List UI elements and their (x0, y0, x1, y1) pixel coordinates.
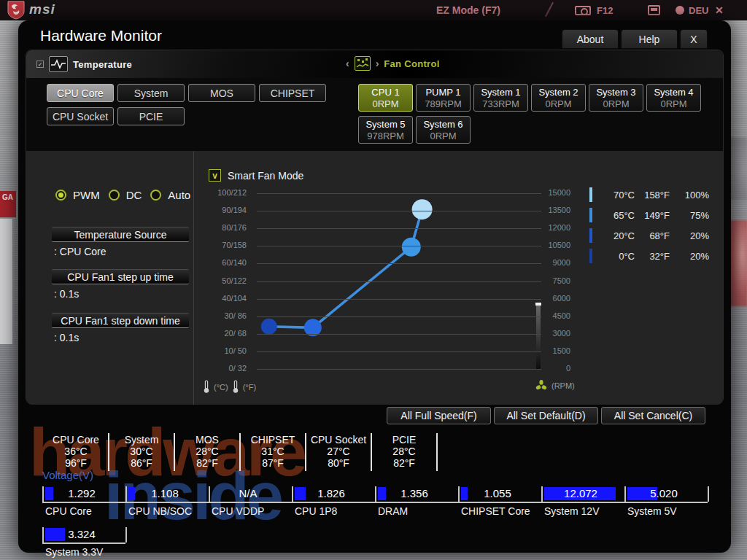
temp-sensor-button-cpu-socket[interactable]: CPU Socket (47, 107, 114, 125)
temp-sensor-button-chipset[interactable]: CHIPSET (259, 84, 326, 102)
field-button-2[interactable]: CPU Fan1 step down time (52, 313, 189, 328)
voltage-value: 1.356 (375, 487, 454, 499)
plot-gridline (257, 299, 541, 300)
plot-gridline (257, 228, 541, 229)
plot-gridline (257, 334, 541, 335)
voltage-cell-chipset-core: 1.055CHIPSET Core (458, 486, 541, 521)
voltage-cell-system-12v: 12.072System 12V (541, 486, 624, 521)
temperature-checkbox-icon[interactable]: ✓ (36, 61, 44, 68)
fan-rpm-value: 0RPM (603, 98, 629, 109)
fan-mode-label-pwm: PWM (73, 189, 100, 201)
celsius-unit-label: (°C) (214, 383, 228, 392)
voltage-name: System 5V (627, 505, 677, 517)
temp-sensor-button-cpu-core[interactable]: CPU Core (47, 84, 114, 102)
fan-control-section-header: ‹ › Fan Control (346, 56, 440, 71)
dialog-tab-bar: AboutHelpX (562, 29, 708, 49)
fan-button-system-2[interactable]: System 20RPM (531, 84, 586, 112)
dialog-close-button[interactable]: X (680, 29, 708, 49)
fan-button-system-1[interactable]: System 1733RPM (473, 84, 528, 112)
action-button-2[interactable]: All Set Cancel(C) (601, 407, 705, 424)
bios-top-bar: msi EZ Mode (F7) F12 DEU ✕ (0, 0, 747, 20)
fan-mode-label-dc: DC (126, 189, 142, 201)
voltage-underline (209, 502, 292, 503)
legend-color-bar (589, 228, 592, 243)
voltage-underline (375, 502, 458, 503)
fan-name: System 4 (654, 87, 693, 98)
field-value-0: : CPU Core (54, 246, 107, 257)
voltage-value: N/A (209, 487, 287, 499)
fan-icon (535, 380, 547, 392)
voltage-name: System 12V (544, 505, 599, 517)
screenshot-camera-icon[interactable] (575, 6, 591, 15)
fan-name: System 1 (481, 87, 520, 98)
temperature-readouts: CPU Core36°C96°FSystem30°C86°FMOS28°C82°… (44, 433, 438, 471)
action-button-row: All Full Speed(F)All Set Default(D)All S… (387, 407, 705, 424)
temp-sensor-button-system[interactable]: System (117, 84, 185, 102)
temp-readout-system: System30°C86°F (109, 433, 175, 471)
fan-rpm-value: 733RPM (482, 98, 519, 109)
temp-readout-celsius: 28°C (372, 446, 436, 457)
y-left-tick-label: 70/158 (197, 241, 247, 249)
y-left-tick-label: 50/122 (197, 276, 247, 285)
voltage-underline (541, 502, 624, 503)
voltage-cell-system-5v: 5.020System 5V (624, 486, 708, 521)
field-button-0[interactable]: Temperature Source (52, 227, 189, 242)
action-button-1[interactable]: All Set Default(D) (494, 407, 598, 424)
fan-name: System 3 (596, 87, 635, 98)
smart-fan-mode-checkbox[interactable]: v (209, 169, 221, 182)
voltage-name: CPU VDDP (212, 505, 264, 517)
dialog-tab-about[interactable]: About (562, 29, 619, 49)
temp-readout-celsius: 28°C (175, 446, 239, 457)
temp-sensor-button-pcie[interactable]: PCIE (117, 107, 185, 125)
voltage-cell-cpu-nb-soc: 1.108CPU NB/SOC (125, 486, 209, 521)
prev-section-arrow[interactable]: ‹ (346, 58, 349, 69)
background-fragment-gray (729, 137, 747, 200)
rpm-unit-label: (RPM) (551, 381, 575, 390)
fan-mode-radio-dc[interactable] (109, 190, 120, 201)
fan-mode-radio-auto[interactable] (150, 190, 161, 201)
temp-readout-fahrenheit: 86°F (109, 457, 174, 469)
voltage-section-label: Voltage(V) (42, 469, 93, 481)
top-bar-divider (545, 2, 554, 17)
legend-celsius: 0°C (597, 251, 635, 262)
plot-gridline (257, 281, 541, 282)
voltage-value: 3.324 (42, 528, 121, 540)
ez-mode-button[interactable]: EZ Mode (F7) (436, 4, 500, 16)
legend-celsius: 20°C (597, 230, 635, 241)
fan-curve-point-0c[interactable] (261, 319, 277, 335)
legend-fahrenheit: 158°F (635, 190, 670, 201)
fan-button-system-5[interactable]: System 5978RPM (358, 116, 413, 144)
temp-readout-name: CHIPSET (241, 434, 305, 446)
fan-button-system-3[interactable]: System 30RPM (589, 84, 643, 112)
dialog-tab-help[interactable]: Help (621, 29, 678, 49)
fan-name: PUMP 1 (425, 87, 460, 98)
language-selector[interactable]: DEU (689, 5, 708, 16)
y-left-tick-label: 80/176 (197, 223, 247, 232)
smart-fan-mode-label: Smart Fan Mode (228, 170, 303, 182)
fan-button-cpu-1[interactable]: CPU 10RPM (358, 84, 413, 112)
f12-label: F12 (597, 5, 613, 16)
voltage-name: CPU Core (45, 505, 92, 517)
user-icon (676, 6, 684, 15)
hardware-monitor-dialog: Hardware Monitor AboutHelpX ✓ Temperatur… (18, 20, 731, 553)
fan-mode-radio-pwm[interactable] (55, 190, 66, 201)
field-button-1[interactable]: CPU Fan1 step up time (52, 269, 189, 284)
temp-sensor-button-mos[interactable]: MOS (188, 84, 255, 102)
window-icon[interactable] (648, 5, 660, 15)
background-gaming-badge: GA (0, 191, 16, 217)
fan-button-system-4[interactable]: System 40RPM (646, 84, 701, 112)
fan-button-pump-1[interactable]: PUMP 1789RPM (416, 84, 471, 112)
voltage-value: 1.108 (125, 487, 204, 499)
fan-speed-slider[interactable] (536, 303, 541, 370)
page-title: Hardware Monitor (40, 27, 162, 44)
y-left-tick-label: 60/140 (197, 258, 247, 267)
plot-gridline (257, 369, 541, 370)
fan-curve-point-65c[interactable] (402, 238, 421, 257)
fan-control-section-title: Fan Control (384, 58, 439, 69)
next-section-arrow[interactable]: › (376, 58, 379, 69)
action-button-0[interactable]: All Full Speed(F) (387, 407, 491, 424)
fan-curve-point-70c[interactable] (412, 199, 433, 219)
fan-button-system-6[interactable]: System 60RPM (416, 116, 471, 144)
bios-close-icon[interactable]: ✕ (715, 4, 724, 16)
temperature-waveform-icon (49, 56, 68, 72)
